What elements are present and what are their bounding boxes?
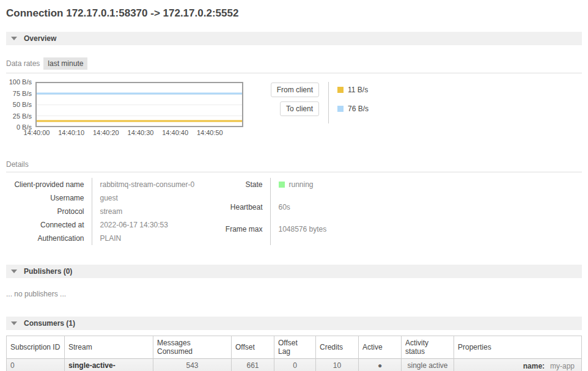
detail-row: Client-provided name rabbitmq-stream-con… xyxy=(6,178,221,191)
x-tick-label: 14:40:50 xyxy=(197,129,223,136)
section-consumers-label: Consumers (1) xyxy=(24,319,75,328)
collapse-arrow-icon xyxy=(11,37,17,40)
col-messages-consumed: Messages Consumed xyxy=(153,336,232,359)
state-running-swatch-icon xyxy=(279,182,285,188)
legend-row-to-client: To client 76 B/s xyxy=(270,101,369,116)
properties-list: name: my-app single-active-consumer: tru… xyxy=(458,361,578,371)
cell-properties: name: my-app single-active-consumer: tru… xyxy=(454,359,582,371)
detail-row: Heartbeat 60s xyxy=(221,200,326,223)
gridline xyxy=(37,105,242,105)
to-client-button[interactable]: To client xyxy=(280,101,319,116)
detail-label: State xyxy=(221,178,270,200)
section-overview-label: Overview xyxy=(24,34,56,43)
chart-plot-area xyxy=(35,82,243,127)
detail-label: Authentication xyxy=(6,232,92,245)
cell-credits: 10 xyxy=(316,359,359,371)
col-offset-lag: Offset Lag xyxy=(274,336,316,359)
property-value: my-app xyxy=(547,361,578,371)
y-tick-label: 25 B/s xyxy=(13,112,32,120)
col-active: Active xyxy=(359,336,402,359)
to-client-swatch-icon xyxy=(337,106,344,112)
detail-row: Frame max 1048576 bytes xyxy=(221,222,326,245)
legend-row-from-client: From client 11 B/s xyxy=(270,83,369,97)
property-row: name: my-app xyxy=(458,361,578,371)
series-line-from-client xyxy=(37,120,242,122)
col-offset: Offset xyxy=(232,336,274,359)
gridline xyxy=(37,116,242,116)
consumers-table-header-row: Subscription ID Stream Messages Consumed… xyxy=(7,336,582,359)
page-title: Connection 172.17.0.1:58370 -> 172.17.0.… xyxy=(6,7,582,20)
detail-value: guest xyxy=(92,191,221,205)
detail-row: Authentication PLAIN xyxy=(6,232,221,245)
detail-row: Protocol stream xyxy=(6,205,221,218)
details-grid: Client-provided name rabbitmq-stream-con… xyxy=(6,178,582,245)
data-rates-chart: 100 B/s75 B/s50 B/s25 B/s0 B/s 14:40:001… xyxy=(6,82,244,138)
detail-label: Client-provided name xyxy=(6,178,92,191)
col-activity-status: Activity status xyxy=(402,336,454,359)
detail-row: Username guest xyxy=(6,191,221,205)
data-rates-label: Data rates xyxy=(6,59,40,68)
detail-row: Connected at 2022-06-17 14:30:53 xyxy=(6,218,221,232)
chart-x-axis: 14:40:0014:40:1014:40:2014:40:3014:40:40… xyxy=(37,127,244,138)
state-value: running xyxy=(289,180,314,189)
detail-value: stream xyxy=(92,205,221,218)
cell-active: ● xyxy=(359,359,402,371)
detail-value: PLAIN xyxy=(92,232,221,245)
from-client-rate: 11 B/s xyxy=(348,86,368,94)
detail-value: running xyxy=(270,178,326,200)
section-publishers-label: Publishers (0) xyxy=(24,267,72,276)
x-tick-label: 14:40:10 xyxy=(58,129,84,136)
chart-y-axis: 100 B/s75 B/s50 B/s25 B/s0 B/s xyxy=(6,82,35,127)
property-key: name: xyxy=(458,361,547,371)
cell-subscription-id: 0 xyxy=(7,359,65,371)
col-credits: Credits xyxy=(316,336,359,359)
y-tick-label: 100 B/s xyxy=(9,78,32,86)
details-heading: Details xyxy=(6,160,582,169)
detail-row: State running xyxy=(221,178,326,200)
rate-mode-tab[interactable]: last minute xyxy=(43,57,87,70)
x-tick-label: 14:40:00 xyxy=(24,129,50,136)
detail-value: 60s xyxy=(270,200,326,223)
from-client-swatch-icon xyxy=(337,87,344,93)
col-properties: Properties xyxy=(454,336,582,359)
detail-label: Heartbeat xyxy=(221,200,270,223)
consumer-row: 0 single-active-consumer 543 661 0 10 ● … xyxy=(7,359,582,371)
divider xyxy=(6,73,582,73)
to-client-rate: 76 B/s xyxy=(348,105,369,113)
section-publishers[interactable]: Publishers (0) xyxy=(6,265,582,278)
detail-label: Frame max xyxy=(221,222,270,245)
section-consumers[interactable]: Consumers (1) xyxy=(6,317,582,330)
legend-divider xyxy=(328,82,329,123)
section-overview[interactable]: Overview xyxy=(6,32,582,45)
cell-stream: single-active-consumer xyxy=(65,359,153,371)
no-publishers-note: ... no publishers ... xyxy=(6,290,582,298)
cell-offset-lag: 0 xyxy=(274,359,316,371)
from-client-button[interactable]: From client xyxy=(271,83,319,97)
collapse-arrow-icon xyxy=(11,270,17,273)
x-tick-label: 14:40:20 xyxy=(93,129,119,136)
y-tick-label: 50 B/s xyxy=(13,101,32,108)
chart-legend: From client 11 B/s To client 76 B/s xyxy=(270,82,369,138)
data-rates-row: Data rates last minute xyxy=(6,57,582,70)
detail-label: Connected at xyxy=(6,218,92,232)
cell-offset: 661 xyxy=(232,359,274,371)
details-right-table: State running Heartbeat 60s Frame max 10… xyxy=(221,178,326,245)
data-rates-chart-area: 100 B/s75 B/s50 B/s25 B/s0 B/s 14:40:001… xyxy=(6,82,582,138)
series-line-to-client xyxy=(37,92,242,94)
cell-messages-consumed: 543 xyxy=(153,359,232,371)
col-subscription-id: Subscription ID xyxy=(7,336,65,359)
cell-activity-status: single active xyxy=(402,359,454,371)
collapse-arrow-icon xyxy=(11,321,17,325)
col-stream: Stream xyxy=(65,336,153,359)
x-tick-label: 14:40:40 xyxy=(162,129,188,136)
detail-label: Username xyxy=(6,191,92,205)
divider xyxy=(6,172,582,172)
detail-value: 2022-06-17 14:30:53 xyxy=(92,218,221,232)
detail-value: rabbitmq-stream-consumer-0 xyxy=(92,178,221,191)
details-left-table: Client-provided name rabbitmq-stream-con… xyxy=(6,178,221,245)
consumers-table: Subscription ID Stream Messages Consumed… xyxy=(6,336,582,371)
detail-value: 1048576 bytes xyxy=(270,222,326,245)
x-tick-label: 14:40:30 xyxy=(128,129,154,136)
y-tick-label: 75 B/s xyxy=(13,90,32,97)
detail-label: Protocol xyxy=(6,205,92,218)
